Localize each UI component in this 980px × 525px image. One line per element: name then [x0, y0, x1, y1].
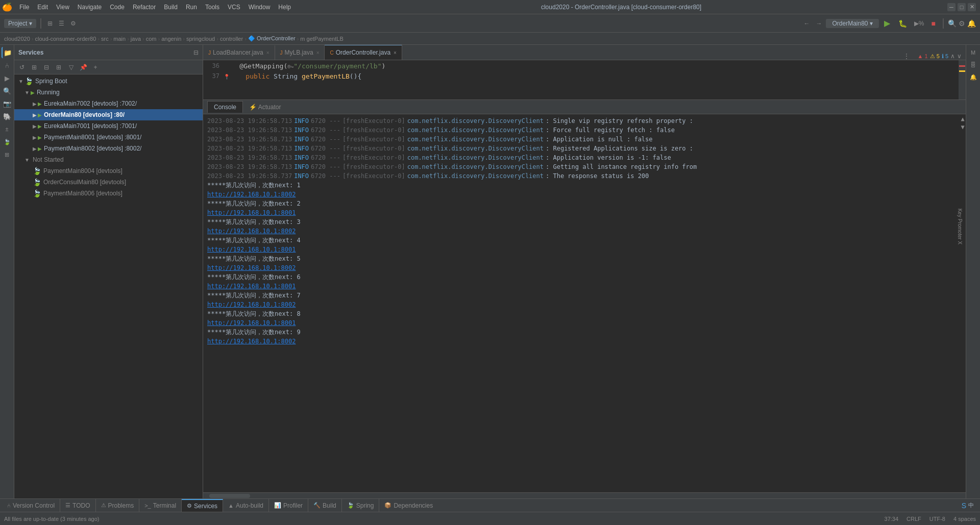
log-line[interactable]: http://192.168.10.1:8002 [207, 263, 962, 272]
nav-forward-icon[interactable]: → [814, 19, 824, 28]
ordercontroller-close-icon[interactable]: × [394, 50, 397, 56]
editor-tab-more[interactable]: ⋮ [899, 53, 914, 60]
console-output[interactable]: 2023-08-23 19:26:58.713 INFO 6720 --- [f… [203, 114, 966, 492]
services-pin-btn[interactable]: 📌 [78, 62, 89, 73]
list-item[interactable]: 🍃 OrderConsulMain80 [devtools] [14, 177, 203, 188]
list-item[interactable]: ▼ 🍃 Spring Boot [14, 76, 203, 87]
notifications-icon[interactable]: 🔔 [967, 19, 976, 28]
menu-vcs[interactable]: VCS [224, 2, 244, 13]
breadcrumb-java[interactable]: java [131, 36, 141, 42]
nav-back-icon[interactable]: ← [801, 19, 812, 28]
charset-indicator[interactable]: UTF-8 [929, 516, 945, 522]
minimize-button[interactable]: ─ [947, 3, 955, 11]
menu-tools[interactable]: Tools [201, 2, 224, 13]
breadcrumb-src[interactable]: src [101, 36, 109, 42]
menu-refactor[interactable]: Refactor [129, 2, 160, 13]
menu-navigate[interactable]: Navigate [74, 2, 106, 13]
log-line[interactable]: http://192.168.10.1:8002 [207, 190, 962, 199]
bottom-tab-services[interactable]: ⚙ Services [182, 499, 223, 512]
maven-icon[interactable]: M [968, 47, 979, 58]
scroll-up-icon[interactable]: ▲ [961, 115, 964, 122]
bottom-tab-todo[interactable]: ☰ TODO [60, 499, 95, 512]
list-item[interactable]: ▼ Not Started [14, 154, 203, 165]
menu-run[interactable]: Run [182, 2, 201, 13]
stop-button[interactable]: ■ [928, 18, 939, 29]
go-to-highlighted-error-down[interactable]: ∨ [957, 53, 962, 60]
debug-button[interactable]: 🐛 [895, 18, 910, 29]
run-with-coverage-icon[interactable]: ▶% [912, 19, 926, 28]
go-to-highlighted-error[interactable]: ∧ [950, 53, 955, 60]
bottom-tab-auto-build[interactable]: ▲ Auto-build [223, 499, 269, 512]
services-filter-btn[interactable]: ▽ [65, 62, 77, 73]
services-refresh-btn[interactable]: ↺ [16, 62, 28, 73]
tab-loadbalancer[interactable]: J LoadBalancer.java × [203, 45, 275, 60]
commit-icon[interactable]: ⑃ [2, 60, 13, 71]
menu-build[interactable]: Build [160, 2, 182, 13]
services-collapse-all-btn[interactable]: ⊟ [41, 62, 52, 73]
spring-panel-icon[interactable]: 🍃 [2, 136, 13, 147]
services-expand-icon[interactable]: ⊟ [193, 49, 199, 56]
horizontal-scrollbar[interactable] [203, 492, 966, 498]
menu-edit[interactable]: Edit [33, 2, 52, 13]
search-everywhere-icon[interactable]: 🔍 [948, 19, 957, 28]
log-line[interactable]: http://192.168.10.1:8002 [207, 337, 962, 346]
crlf-indicator[interactable]: CRLF [906, 516, 921, 522]
database-icon[interactable]: 🗄 [968, 59, 979, 70]
log-line[interactable]: http://192.168.10.1:8001 [207, 245, 962, 254]
breadcrumb-main[interactable]: main [113, 36, 126, 42]
breadcrumb-module[interactable]: cloud-consumer-order80 [35, 36, 96, 42]
menu-code[interactable]: Code [106, 2, 129, 13]
menu-window[interactable]: Window [244, 2, 275, 13]
list-item[interactable]: ▼ ▶ Running [14, 87, 203, 98]
breadcrumb-cloud2020[interactable]: cloud2020 [4, 36, 30, 42]
breadcrumb-springcloud[interactable]: springcloud [186, 36, 215, 42]
services-group-btn[interactable]: ⊞ [53, 62, 64, 73]
log-line[interactable]: http://192.168.10.1:8001 [207, 282, 962, 291]
settings-icon[interactable]: ⚙ [68, 19, 78, 28]
endpoints-icon[interactable]: ⊞ [2, 149, 13, 160]
bottom-tab-terminal[interactable]: >_ Terminal [139, 499, 182, 512]
list-item[interactable]: ▶ ▶ OrderMain80 [devtools] :80/ [14, 109, 203, 120]
run-config-dropdown[interactable]: OrderMain80 ▾ [826, 19, 878, 28]
find-icon[interactable]: 🔍 [2, 85, 13, 96]
tab-mylb[interactable]: J MyLB.java × [275, 45, 325, 60]
close-button[interactable]: ✕ [968, 3, 976, 11]
bottom-tab-profiler[interactable]: 📊 Profiler [269, 499, 308, 512]
bottom-tab-build[interactable]: 🔨 Build [308, 499, 342, 512]
list-item[interactable]: ▶ ▶ PaymentMain8001 [devtools] :8001/ [14, 132, 203, 143]
menu-file[interactable]: File [15, 2, 33, 13]
bottom-tab-dependencies[interactable]: 📦 Dependencies [379, 499, 438, 512]
mylb-close-icon[interactable]: × [316, 50, 320, 56]
log-line[interactable]: http://192.168.10.1:8002 [207, 300, 962, 309]
list-item[interactable]: ▶ ▶ EurekaMain7001 [devtools] :7001/ [14, 120, 203, 132]
bottom-tab-version-control[interactable]: ⑃ Version Control [2, 499, 60, 512]
menu-help[interactable]: Help [274, 2, 295, 13]
tab-actuator[interactable]: ⚡ Actuator [243, 102, 287, 113]
project-dropdown[interactable]: Project ▾ [4, 19, 36, 28]
menu-view[interactable]: View [52, 2, 74, 13]
settings-gear-icon[interactable]: ⚙ [959, 19, 965, 28]
tab-console[interactable]: Console [207, 101, 243, 113]
breadcrumb-method[interactable]: m getPaymentLB [300, 36, 343, 42]
log-line[interactable]: http://192.168.10.1:8002 [207, 227, 962, 236]
list-item[interactable]: 🍃 PaymentMain8004 [devtools] [14, 165, 203, 177]
camera-icon[interactable]: 📷 [2, 98, 13, 109]
log-line[interactable]: http://192.168.10.1:8001 [207, 208, 962, 217]
scroll-down-icon[interactable]: ▼ [961, 123, 964, 131]
breadcrumb-com[interactable]: com [146, 36, 157, 42]
run-button[interactable]: ▶ [881, 17, 893, 29]
loadbalancer-close-icon[interactable]: × [266, 50, 270, 56]
list-item[interactable]: ▶ ▶ EurekaMain7002 [devtools] :7002/ [14, 98, 203, 109]
list-item[interactable]: ▶ ▶ PaymentMain8002 [devtools] :8002/ [14, 143, 203, 154]
bottom-tab-problems[interactable]: ⚠ Problems [96, 499, 140, 512]
indent-indicator[interactable]: 4 spaces [953, 516, 976, 522]
project-icon[interactable]: 📁 [2, 47, 13, 58]
breadcrumb-angenin[interactable]: angenin [161, 36, 181, 42]
collapse-all-icon[interactable]: ☰ [57, 19, 66, 28]
maximize-button[interactable]: □ [958, 3, 966, 11]
scrollbar-thumb[interactable] [209, 494, 250, 498]
services-add-btn[interactable]: + [90, 62, 101, 73]
list-item[interactable]: 🍃 PaymentMain8006 [devtools] [14, 188, 203, 199]
line-col-indicator[interactable]: 37:34 [885, 516, 899, 522]
git-icon[interactable]: ± [2, 123, 13, 135]
